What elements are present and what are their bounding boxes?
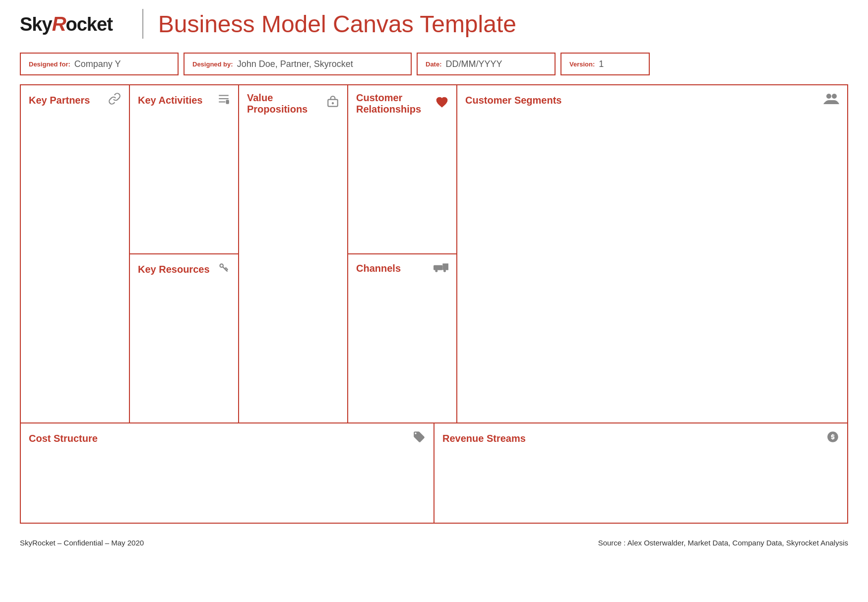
value-propositions-cell: Value Propositions: [239, 85, 348, 422]
meta-row: Designed for: Company Y Designed by: Joh…: [20, 53, 848, 75]
svg-point-12: [826, 94, 831, 99]
customer-relationships-title: Customer Relationships: [356, 92, 435, 115]
canvas-main: Key Partners Key Activities: [21, 85, 847, 423]
channels-icon: [434, 261, 448, 275]
date-value: DD/MM/YYYY: [446, 59, 502, 69]
value-propositions-title: Value Propositions: [247, 92, 326, 115]
cost-structure-title: Cost Structure: [29, 433, 98, 444]
header-divider: [142, 9, 143, 39]
designed-by-label: Designed by:: [192, 60, 233, 68]
version-box: Version: 1: [560, 53, 650, 75]
version-value: 1: [599, 59, 604, 69]
channels-cell: Channels: [348, 254, 456, 422]
footer-right: Source : Alex Osterwalder, Market Data, …: [598, 539, 848, 547]
version-label: Version:: [569, 60, 595, 68]
key-resources-cell: Key Resources: [130, 254, 238, 422]
customer-segments-icon: [823, 92, 839, 108]
channels-header: Channels: [356, 261, 448, 275]
value-propositions-header: Value Propositions: [247, 92, 339, 115]
key-activities-cell: Key Activities: [130, 85, 238, 254]
designed-for-value: Company Y: [74, 59, 121, 69]
page-title: Business Model Canvas Template: [158, 10, 516, 38]
key-activities-wrapper: Key Activities Key Resources: [130, 85, 239, 422]
value-propositions-icon: [326, 96, 339, 112]
customer-segments-cell: Customer Segments: [457, 85, 847, 422]
customer-segments-title: Customer Segments: [465, 95, 562, 106]
designed-by-value: John Doe, Partner, Skyrocket: [237, 59, 353, 69]
logo-r: R: [52, 13, 66, 35]
svg-point-13: [832, 94, 837, 99]
designed-for-label: Designed for:: [29, 60, 70, 68]
svg-marker-9: [442, 263, 448, 270]
key-partners-cell: Key Partners: [21, 85, 130, 422]
svg-rect-3: [226, 100, 228, 104]
cost-structure-cell: Cost Structure: [21, 423, 434, 523]
revenue-streams-icon: [826, 430, 839, 446]
svg-point-11: [443, 270, 446, 272]
customer-relationships-header: Customer Relationships: [356, 92, 448, 115]
key-resources-icon: [217, 261, 230, 277]
key-partners-header: Key Partners: [29, 92, 121, 108]
revenue-streams-cell: Revenue Streams: [434, 423, 847, 523]
key-partners-title: Key Partners: [29, 95, 90, 106]
cost-structure-icon: [413, 430, 426, 446]
key-resources-title: Key Resources: [138, 264, 210, 275]
page-footer: SkyRocket – Confidential – May 2020 Sour…: [0, 529, 868, 552]
key-partners-icon: [108, 92, 121, 108]
customer-rel-wrapper: Customer Relationships Channels: [348, 85, 457, 422]
revenue-streams-title: Revenue Streams: [442, 433, 526, 444]
canvas-bottom: Cost Structure Revenue Streams: [21, 423, 847, 523]
canvas-wrapper: Key Partners Key Activities: [20, 84, 848, 524]
footer-left: SkyRocket – Confidential – May 2020: [20, 539, 144, 547]
revenue-streams-header: Revenue Streams: [442, 430, 839, 446]
key-activities-title: Key Activities: [138, 95, 202, 106]
svg-point-10: [435, 270, 437, 272]
key-resources-header: Key Resources: [138, 261, 230, 277]
customer-segments-header: Customer Segments: [465, 92, 839, 108]
customer-relationships-cell: Customer Relationships: [348, 85, 456, 254]
channels-title: Channels: [356, 263, 401, 274]
page-header: SkyRocket Business Model Canvas Template: [0, 0, 868, 44]
designed-for-box: Designed for: Company Y: [20, 53, 179, 75]
key-activities-icon: [217, 92, 230, 108]
designed-by-box: Designed by: John Doe, Partner, Skyrocke…: [184, 53, 412, 75]
svg-point-4: [220, 264, 223, 267]
date-label: Date:: [426, 60, 442, 68]
customer-relationships-icon: [435, 96, 448, 112]
key-activities-header: Key Activities: [138, 92, 230, 108]
cost-structure-header: Cost Structure: [29, 430, 426, 446]
logo-text: SkyRocket: [20, 13, 113, 35]
logo: SkyRocket: [20, 13, 113, 35]
date-box: Date: DD/MM/YYYY: [417, 53, 556, 75]
svg-rect-8: [434, 265, 442, 270]
